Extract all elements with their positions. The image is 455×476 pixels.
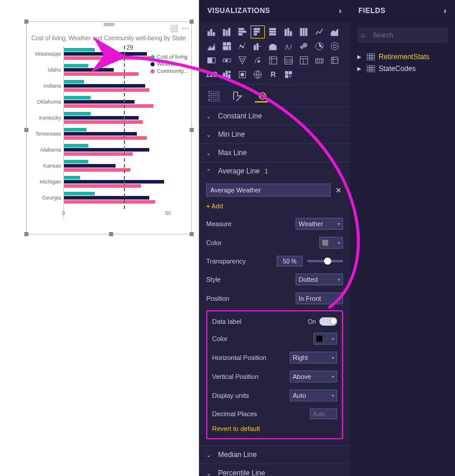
decimal-places-input[interactable] — [310, 409, 337, 419]
viz-type-swatch[interactable] — [267, 26, 280, 38]
measure-dropdown[interactable]: Weather▾ — [296, 218, 343, 230]
drag-grip-icon[interactable] — [104, 23, 114, 27]
style-dropdown[interactable]: Dotted▾ — [296, 274, 343, 285]
viz-type-swatch[interactable] — [236, 54, 249, 66]
viz-type-swatch[interactable] — [297, 26, 310, 38]
svg-rect-26 — [229, 46, 231, 50]
resize-handle[interactable] — [24, 20, 28, 24]
section-max-line[interactable]: ⌄Max Line — [199, 144, 350, 162]
section-average-line[interactable]: ⌃ Average Line 1 — [199, 162, 350, 180]
resize-handle[interactable] — [190, 232, 194, 236]
svg-rect-29 — [254, 46, 256, 50]
field-table-row[interactable]: ▶RetirementStats — [357, 51, 448, 63]
fields-tab-icon[interactable] — [207, 89, 220, 102]
svg-rect-45 — [332, 57, 338, 64]
color-swatch — [322, 240, 328, 246]
field-table-row[interactable]: ▶StateCodes — [357, 63, 448, 75]
resize-handle[interactable] — [190, 128, 194, 132]
resize-handle[interactable] — [190, 20, 194, 24]
viz-type-swatch[interactable] — [328, 40, 341, 52]
analytics-tab-icon[interactable] — [255, 89, 268, 102]
viz-type-swatch[interactable] — [205, 54, 218, 66]
fields-pane-header[interactable]: FIELDS › — [350, 0, 455, 21]
display-units-dropdown[interactable]: Auto▾ — [290, 390, 337, 401]
chart-visual-frame[interactable]: ⬜ ⋯ Cost of living, Weather and Communit… — [26, 21, 192, 234]
section-median-line[interactable]: ⌄Median Line — [199, 446, 350, 464]
viz-type-swatch[interactable] — [267, 54, 280, 66]
viz-type-swatch[interactable] — [251, 26, 264, 38]
table-name: StateCodes — [379, 65, 416, 73]
report-canvas[interactable]: ⬜ ⋯ Cost of living, Weather and Communit… — [0, 0, 199, 476]
svg-rect-8 — [239, 31, 246, 33]
viz-type-swatch[interactable]: 123 — [205, 69, 218, 81]
svg-rect-47 — [226, 71, 228, 78]
format-tab-icon[interactable] — [231, 89, 244, 102]
hpos-dropdown[interactable]: Right▾ — [290, 352, 337, 364]
position-dropdown[interactable]: In Front▾ — [296, 292, 343, 304]
chevron-right-icon[interactable]: › — [339, 6, 342, 15]
resize-handle[interactable] — [109, 232, 113, 236]
viz-type-swatch[interactable] — [313, 54, 326, 66]
viz-type-swatch[interactable] — [297, 54, 310, 66]
chart-title: Cost of living, Weather and Community we… — [31, 35, 187, 41]
slider-thumb[interactable] — [324, 258, 331, 265]
viz-type-swatch[interactable] — [267, 40, 280, 52]
viz-type-swatch[interactable] — [251, 54, 264, 66]
svg-rect-11 — [258, 28, 260, 30]
category-label: Mississippi — [29, 51, 63, 57]
category-label: Oklahoma — [29, 99, 63, 105]
viz-type-swatch[interactable] — [236, 40, 249, 52]
svg-rect-13 — [254, 34, 257, 36]
svg-rect-21 — [303, 28, 305, 36]
svg-point-40 — [258, 60, 260, 63]
viz-type-swatch[interactable] — [313, 26, 326, 38]
resize-handle[interactable] — [24, 128, 28, 132]
viz-type-swatch[interactable] — [236, 26, 249, 38]
add-line-link[interactable]: + Add — [206, 202, 223, 210]
viz-type-swatch[interactable] — [313, 40, 326, 52]
svg-line-63 — [263, 94, 264, 96]
section-percentile-line[interactable]: ⌄Percentile Line — [199, 464, 350, 476]
section-min-line[interactable]: ⌄Min Line — [199, 126, 350, 143]
transparency-slider[interactable] — [307, 260, 343, 262]
viz-type-swatch[interactable] — [282, 26, 295, 38]
chevron-down-icon: ▾ — [338, 240, 340, 246]
viz-type-swatch[interactable] — [236, 69, 249, 81]
viz-type-swatch[interactable] — [220, 69, 233, 81]
dl-color-picker[interactable]: ▾ — [313, 333, 337, 345]
more-icon[interactable]: ⋯ — [182, 24, 189, 33]
viz-type-swatch[interactable]: R — [267, 69, 280, 81]
average-line-name-input[interactable] — [206, 184, 331, 197]
remove-line-button[interactable]: ✕ — [334, 186, 343, 195]
table-name: RetirementStats — [379, 53, 430, 61]
viz-type-swatch[interactable] — [251, 40, 264, 52]
viz-type-swatch[interactable] — [220, 40, 233, 52]
viz-type-swatch[interactable] — [205, 40, 218, 52]
fields-title: FIELDS — [358, 7, 386, 15]
chevron-down-icon: ▾ — [332, 355, 334, 361]
section-constant-line[interactable]: ⌄Constant Line — [199, 107, 350, 125]
viz-type-swatch[interactable] — [220, 26, 233, 38]
viz-type-swatch[interactable] — [220, 54, 233, 66]
vpos-dropdown[interactable]: Above▾ — [290, 371, 337, 382]
revert-to-default-link[interactable]: Revert to default — [212, 425, 260, 432]
svg-line-62 — [261, 95, 263, 97]
chevron-right-icon[interactable]: › — [444, 6, 447, 15]
viz-type-swatch[interactable] — [205, 26, 218, 38]
transparency-value[interactable]: 50 % — [277, 256, 303, 266]
viz-type-swatch[interactable] — [297, 40, 310, 52]
line-color-picker[interactable]: ▾ — [319, 237, 343, 249]
resize-handle[interactable] — [24, 232, 28, 236]
viz-type-swatch[interactable] — [282, 40, 295, 52]
fields-search-input[interactable] — [357, 27, 448, 43]
viz-type-swatch[interactable] — [251, 69, 264, 81]
viz-type-swatch[interactable] — [282, 69, 295, 81]
data-label-toggle[interactable] — [319, 317, 337, 326]
visualizations-pane-header[interactable]: VISUALIZATIONS › — [199, 0, 350, 21]
category-label: Indiana — [29, 83, 63, 89]
viz-type-swatch[interactable] — [282, 54, 295, 66]
viz-type-swatch[interactable] — [328, 54, 341, 66]
filter-icon[interactable]: ⬜ — [169, 24, 178, 33]
viz-type-swatch[interactable] — [328, 26, 341, 38]
svg-rect-3 — [223, 31, 225, 36]
